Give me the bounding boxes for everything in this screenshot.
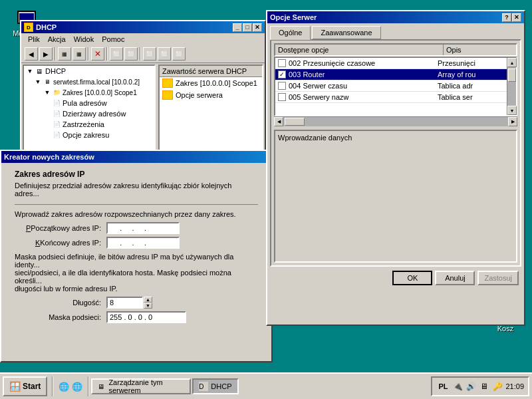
dhcp-minimize-btn[interactable]: _ [233, 23, 242, 32]
options-col-header-2: Opis [444, 45, 507, 55]
dhcp-close-btn[interactable]: ✕ [253, 23, 262, 32]
option-row-004[interactable]: 004 Serwer czasu Tablica adr [275, 80, 507, 92]
desktop: Mój ko... D DHCP _ □ ✕ Plik Akcja Widok … [0, 0, 532, 372]
length-label: Długość: [15, 299, 101, 307]
tree-server-label: serwtest.firma.local [10.0.0.2] [53, 78, 140, 86]
option-checkbox-002[interactable] [278, 59, 286, 67]
tree-reservations[interactable]: 📄 Zastrzeżenia [24, 119, 154, 130]
kreator-intro: Wprowadź zakres adresów rozpowszechniany… [15, 210, 258, 218]
opcje-close-btn[interactable]: ✕ [512, 13, 521, 22]
option-desc-003: Array of rou [438, 70, 504, 78]
tab-zaawansowane[interactable]: Zaawansowane [312, 26, 380, 39]
tree-reservations-label: Zastrzeżenia [63, 120, 104, 128]
tree-icon-scope-options: 📄 [52, 130, 61, 140]
toolbar-sep4 [140, 47, 141, 61]
quicklaunch-ie[interactable]: 🌐 [58, 380, 70, 392]
hscroll-right-btn[interactable]: ▶ [508, 117, 517, 126]
menu-help[interactable]: Pomoc [98, 35, 128, 44]
start-button[interactable]: 🪟 Start [3, 376, 47, 396]
start-ip-input[interactable] [106, 222, 180, 234]
tree-icon-pool: 📄 [52, 98, 61, 108]
subnet-label: Maska podsieci: [15, 313, 101, 321]
tree-root[interactable]: ▼ 🖥 DHCP [24, 66, 154, 76]
dhcp-maximize-btn[interactable]: □ [243, 23, 252, 32]
right-panel-scope-item[interactable]: Zakres [10.0.0.0] Scope1 [160, 77, 262, 89]
dhcp-menubar: Plik Akcja Widok Pomoc [21, 33, 265, 45]
kreator-section-title: Zakres adresów IP [15, 170, 258, 179]
taskbar-sep1 [52, 376, 53, 396]
hscroll-thumb[interactable] [285, 118, 305, 126]
tree-server[interactable]: ▼ 🖥 serwtest.firma.local [10.0.0.2] [24, 76, 154, 87]
cancel-button[interactable]: Anuluj [435, 271, 475, 285]
end-ip-input[interactable] [106, 237, 180, 249]
kreator-note-text: Maska podsieci definiuje, ile bitów adre… [15, 253, 258, 293]
option-name-002: 002 Przesunięcie czasowe [289, 59, 438, 67]
ok-button[interactable]: OK [392, 271, 432, 285]
right-panel-server-options-item[interactable]: Opcje serwera [160, 89, 262, 101]
tray-lang: PL [436, 382, 450, 391]
kreator-title: Kreator nowych zakresów [4, 153, 94, 161]
toolbar-back[interactable]: ◀ [25, 47, 38, 61]
tab-ogolne[interactable]: Ogólne [270, 26, 311, 40]
dhcp-right-panel-header: Zawartość serwera DHCP [160, 66, 262, 77]
toolbar-delete[interactable]: ✕ [91, 47, 104, 61]
option-checkbox-004[interactable] [278, 82, 286, 90]
tree-icon-reservations: 📄 [52, 120, 61, 129]
tree-pool[interactable]: 📄 Pula adresów [24, 98, 154, 108]
tree-pool-label: Pula adresów [63, 99, 107, 107]
opcje-help-btn[interactable]: ? [502, 13, 511, 22]
tray-network-icon: 🔌 [452, 381, 463, 392]
length-input[interactable] [106, 297, 143, 309]
tree-icon-server: 🖥 [43, 77, 52, 86]
hscroll-left-btn[interactable]: ◀ [274, 117, 283, 126]
spin-btns: ▲ ▼ [144, 297, 152, 309]
options-hscrollbar[interactable]: ◀ ▶ [274, 116, 517, 126]
menu-view[interactable]: Widok [70, 35, 98, 44]
tree-expand-server[interactable]: ▼ [33, 77, 43, 86]
toolbar-forward[interactable]: ▶ [39, 47, 53, 61]
apply-button[interactable]: Zastosuj [477, 271, 519, 285]
quicklaunch-ie2[interactable]: 🌐 [71, 380, 83, 392]
menu-file[interactable]: Plik [24, 35, 44, 44]
toolbar-btn2[interactable]: ▦ [72, 47, 86, 61]
dhcp-title: DHCP [36, 23, 232, 31]
opcje-titlebar[interactable]: Opcje Serwer ? ✕ [267, 11, 524, 23]
option-desc-002: Przesunięci [438, 59, 504, 67]
vscroll-down-btn[interactable]: ▼ [507, 106, 517, 115]
taskbar-item-management[interactable]: 🖥 Zarządzanie tym serwerem [91, 378, 191, 394]
options-col-header-1: Dostępne opcje [275, 45, 444, 55]
kreator-form: PPoczątkowy adres IP: KKońcowy adres IP: [15, 222, 258, 249]
spin-up-btn[interactable]: ▲ [144, 297, 152, 303]
toolbar-btn4[interactable]: ⬜ [124, 47, 138, 61]
subnet-input[interactable] [106, 311, 186, 323]
start-label: Start [23, 382, 41, 391]
tree-scope-options[interactable]: 📄 Opcje zakresu [24, 130, 154, 140]
toolbar-btn5[interactable]: ⬜ [143, 47, 156, 61]
taskbar-item-dhcp[interactable]: D DHCP [192, 378, 238, 394]
toolbar-btn6[interactable]: ⬜ [158, 47, 171, 61]
toolbar-btn7[interactable]: ⬜ [172, 47, 186, 61]
tree-expand-root[interactable]: ▼ [25, 66, 35, 76]
kreator-form2: Długość: ▲ ▼ Maska podsieci: [15, 297, 258, 323]
option-checkbox-003[interactable]: ✓ [278, 70, 286, 78]
form-row-subnet: Maska podsieci: [15, 311, 258, 323]
menu-action[interactable]: Akcja [44, 35, 70, 44]
options-vscrollbar[interactable]: ▲ ▼ [507, 58, 516, 115]
option-checkbox-005[interactable] [278, 93, 286, 101]
toolbar-btn1[interactable]: ▦ [58, 47, 71, 61]
toolbar-btn3[interactable]: ⬜ [110, 47, 123, 61]
tree-leases[interactable]: 📄 Dzierżawy adresów [24, 108, 154, 119]
vscroll-thumb[interactable] [508, 68, 516, 82]
vscroll-up-btn[interactable]: ▲ [507, 58, 517, 67]
tree-expand-scope[interactable]: ▼ [43, 88, 52, 97]
kreator-titlebar[interactable]: Kreator nowych zakresów [1, 151, 271, 163]
spin-down-btn[interactable]: ▼ [144, 303, 152, 309]
dhcp-titlebar[interactable]: D DHCP _ □ ✕ [21, 21, 265, 33]
hscroll-track [283, 117, 508, 126]
end-ip-label: KKońcowy adres IP: [15, 239, 101, 247]
option-row-002[interactable]: 002 Przesunięcie czasowe Przesunięci [275, 58, 507, 69]
opcje-tabs: Ogólne Zaawansowane [267, 23, 524, 39]
option-row-003[interactable]: ✓ 003 Router Array of rou [275, 69, 507, 80]
tree-scope[interactable]: ▼ 📁 Zakres [10.0.0.0] Scope1 [24, 87, 154, 98]
option-row-005[interactable]: 005 Serwery nazw Tablica ser [275, 92, 507, 103]
